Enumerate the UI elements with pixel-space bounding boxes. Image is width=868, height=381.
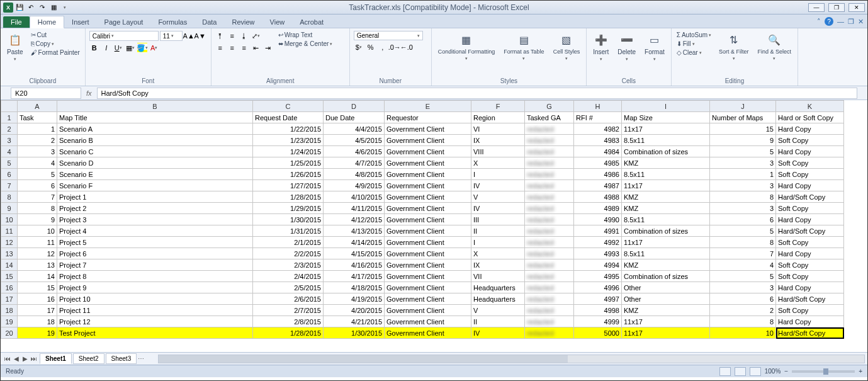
grow-font-icon[interactable]: A▲ xyxy=(184,31,194,41)
row-header-7[interactable]: 7 xyxy=(1,180,18,191)
cell[interactable]: 4/8/2015 xyxy=(324,169,385,180)
cell[interactable]: 5000 xyxy=(574,327,622,339)
tab-review[interactable]: Review xyxy=(224,16,262,28)
col-header-H[interactable]: H xyxy=(574,101,622,112)
cell[interactable]: 2/4/2015 xyxy=(253,271,324,282)
cell[interactable]: 4/4/2015 xyxy=(324,123,385,135)
cell[interactable]: 3 xyxy=(710,157,776,169)
cell[interactable]: Government Client xyxy=(385,135,471,146)
row-header-18[interactable]: 18 xyxy=(1,305,18,316)
cell[interactable]: 4 xyxy=(18,157,57,169)
undo-icon[interactable]: ↶ xyxy=(26,3,36,13)
cell[interactable]: 4/13/2015 xyxy=(324,225,385,237)
sheet-tab-sheet3[interactable]: Sheet3 xyxy=(106,353,137,364)
qat-more-icon[interactable]: ▾ xyxy=(60,3,70,13)
cell[interactable]: 4990 xyxy=(574,214,622,225)
cell[interactable]: redacted xyxy=(525,237,574,248)
cell[interactable]: 1/30/2015 xyxy=(253,214,324,225)
cell[interactable]: 1/28/2015 xyxy=(253,191,324,203)
cell[interactable]: 11x17 xyxy=(622,237,710,248)
cell[interactable]: IV xyxy=(471,327,525,339)
cell[interactable]: 1 xyxy=(18,123,57,135)
select-all-corner[interactable] xyxy=(1,101,18,112)
cell[interactable]: Combination of sizes xyxy=(622,271,710,282)
cell[interactable]: redacted xyxy=(525,293,574,305)
cell[interactable]: 4986 xyxy=(574,169,622,180)
sheet-nav-first-icon[interactable]: ⏮ xyxy=(3,355,12,362)
cell[interactable]: Headquarters xyxy=(471,282,525,293)
cell[interactable]: 8 xyxy=(710,191,776,203)
cell[interactable]: 4/9/2015 xyxy=(324,180,385,191)
cell-styles-button[interactable]: ▧Cell Styles▾ xyxy=(551,31,583,62)
cell[interactable]: Soft Copy xyxy=(776,305,844,316)
sheet-tab-sheet2[interactable]: Sheet2 xyxy=(73,353,104,364)
cell[interactable]: 6 xyxy=(18,180,57,191)
cell[interactable]: 5 xyxy=(710,225,776,237)
cell[interactable]: 4/20/2015 xyxy=(324,305,385,316)
cell[interactable]: Headquarters xyxy=(471,293,525,305)
row-header-3[interactable]: 3 xyxy=(1,135,18,146)
copy-button[interactable]: ⎘Copy▾ xyxy=(30,40,81,48)
cell[interactable]: 19 xyxy=(18,327,57,339)
normal-view-icon[interactable] xyxy=(719,367,731,376)
underline-button[interactable]: U▾ xyxy=(113,43,123,53)
cell[interactable]: 4 xyxy=(710,259,776,271)
delete-cells-button[interactable]: ➖Delete▾ xyxy=(615,31,638,63)
cell[interactable]: 1/28/2015 xyxy=(253,327,324,339)
cell[interactable]: 4/15/2015 xyxy=(324,248,385,259)
format-painter-button[interactable]: 🖌Format Painter xyxy=(30,48,81,57)
cell[interactable]: Government Client xyxy=(385,293,471,305)
cell[interactable]: Government Client xyxy=(385,327,471,339)
cell[interactable]: II xyxy=(471,225,525,237)
col-header-C[interactable]: C xyxy=(253,101,324,112)
cell[interactable]: 14 xyxy=(18,271,57,282)
formula-bar[interactable]: Hard/Soft Copy xyxy=(97,88,857,99)
cell[interactable]: Project 5 xyxy=(57,237,253,248)
cell[interactable]: 2/3/2015 xyxy=(253,259,324,271)
sheet-nav-last-icon[interactable]: ⏭ xyxy=(30,355,38,362)
cell[interactable]: 1/30/2015 xyxy=(324,327,385,339)
cell[interactable]: RFI # xyxy=(574,112,622,123)
cell[interactable]: 3 xyxy=(18,146,57,157)
cell[interactable]: IV xyxy=(471,180,525,191)
cell[interactable]: Scenario D xyxy=(57,157,253,169)
shrink-font-icon[interactable]: A▼ xyxy=(195,31,205,41)
cell[interactable]: 8.5x11 xyxy=(622,248,710,259)
cell[interactable]: Hard/Soft Copy xyxy=(776,191,844,203)
window-restore-icon[interactable]: ❐ xyxy=(848,18,854,26)
row-header-11[interactable]: 11 xyxy=(1,225,18,237)
clear-button[interactable]: ◇Clear▾ xyxy=(675,48,713,57)
cell[interactable]: 17 xyxy=(18,305,57,316)
row-header-14[interactable]: 14 xyxy=(1,259,18,271)
cell[interactable]: 2 xyxy=(710,305,776,316)
cell[interactable]: KMZ xyxy=(622,203,710,214)
cell[interactable]: Combination of sizes xyxy=(622,225,710,237)
tab-insert[interactable]: Insert xyxy=(64,16,97,28)
cell[interactable]: 2/1/2015 xyxy=(253,237,324,248)
font-color-button[interactable]: A▾ xyxy=(149,43,159,53)
page-layout-view-icon[interactable] xyxy=(735,367,746,376)
cell[interactable]: X xyxy=(471,157,525,169)
sort-filter-button[interactable]: ⇅Sort & Filter▾ xyxy=(716,31,752,62)
cell[interactable]: 4/5/2015 xyxy=(324,135,385,146)
cell[interactable]: 18 xyxy=(18,316,57,327)
cell[interactable]: 4/21/2015 xyxy=(324,316,385,327)
cell[interactable]: Government Client xyxy=(385,157,471,169)
cell[interactable]: Project 6 xyxy=(57,248,253,259)
cell[interactable]: Soft Copy xyxy=(776,169,844,180)
row-header-5[interactable]: 5 xyxy=(1,157,18,169)
cell[interactable]: 4999 xyxy=(574,316,622,327)
cell[interactable]: Hard Copy xyxy=(776,316,844,327)
cell[interactable]: Task xyxy=(18,112,57,123)
page-break-view-icon[interactable] xyxy=(750,367,761,376)
cell[interactable]: 4/18/2015 xyxy=(324,282,385,293)
cell[interactable]: Project 7 xyxy=(57,259,253,271)
cell[interactable]: Region xyxy=(471,112,525,123)
row-header-13[interactable]: 13 xyxy=(1,248,18,259)
cell[interactable]: Government Client xyxy=(385,282,471,293)
cell[interactable]: 8 xyxy=(710,237,776,248)
cell[interactable]: redacted xyxy=(525,225,574,237)
cell[interactable]: 9 xyxy=(710,135,776,146)
fill-color-button[interactable]: 🪣▾ xyxy=(137,43,147,53)
cell[interactable]: 5 xyxy=(710,271,776,282)
